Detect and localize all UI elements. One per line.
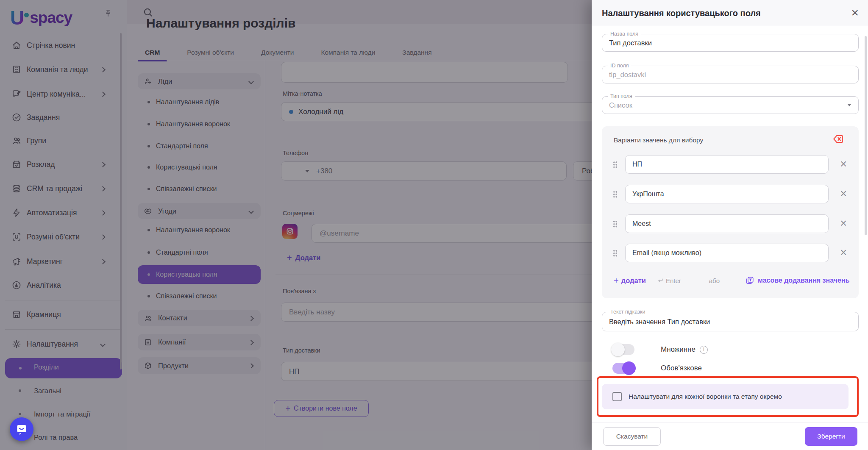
bulk-add-button[interactable]: масове додавання значень [745, 276, 849, 285]
clear-all-icon[interactable] [832, 134, 844, 144]
field-id-label: ID поля [608, 63, 631, 69]
app-window: U spacy Стрічка новин Компанія та люди Ц… [0, 0, 868, 450]
info-icon[interactable]: i [700, 346, 708, 354]
field-type-select[interactable]: Тип поля [602, 96, 859, 114]
required-toggle[interactable] [612, 363, 634, 374]
or-label: або [709, 277, 720, 284]
add-option-button[interactable]: + додати [614, 276, 646, 286]
funnel-option-row[interactable]: Налаштувати для кожної воронки та етапу … [602, 384, 849, 409]
panel-footer: Скасувати Зберегти [592, 422, 868, 450]
drag-handle-icon[interactable] [613, 191, 618, 198]
option-row: × [602, 244, 859, 262]
chat-widget-button[interactable] [10, 417, 33, 441]
enter-hint: Enter [657, 277, 681, 284]
toggle-label: Обов'язкове [661, 364, 702, 372]
toggle-label: Множинне [661, 345, 696, 354]
options-card: Варіанти значень для вибору × × × [602, 126, 859, 298]
drag-handle-icon[interactable] [613, 220, 618, 228]
option-row: × [602, 214, 859, 233]
funnel-option-label: Налаштувати для кожної воронки та етапу … [629, 393, 782, 400]
remove-option-icon[interactable]: × [840, 158, 847, 171]
options-actions-row: + додати Enter або масове додавання знач… [614, 274, 851, 287]
close-icon[interactable]: × [851, 6, 859, 19]
cancel-button[interactable]: Скасувати [603, 427, 661, 446]
option-row: × [602, 185, 859, 203]
option-input[interactable] [632, 190, 821, 198]
panel-header: Налаштування користувацького поля × [592, 0, 868, 26]
bulk-add-icon [745, 276, 754, 285]
option-input[interactable] [632, 249, 821, 257]
multiple-toggle-row: Множинне i [612, 344, 708, 355]
drag-handle-icon[interactable] [613, 250, 618, 257]
remove-option-icon[interactable]: × [840, 217, 847, 230]
enter-key-icon [657, 277, 664, 284]
modal-dim-overlay [0, 0, 592, 450]
multiple-toggle[interactable] [612, 344, 634, 355]
field-type-label: Тип поля [608, 93, 635, 99]
save-button[interactable]: Зберегти [805, 427, 857, 446]
hint-field[interactable]: Текст підказки [602, 312, 859, 331]
option-input[interactable] [632, 161, 821, 168]
hint-field-label: Текст підказки [608, 309, 648, 315]
remove-option-icon[interactable]: × [840, 246, 847, 259]
options-title: Варіанти значень для вибору [614, 136, 703, 144]
panel-scrollbar[interactable] [865, 36, 867, 235]
required-toggle-row: Обов'язкове [612, 363, 702, 374]
field-type-value[interactable] [609, 101, 851, 109]
custom-field-settings-panel: Налаштування користувацького поля × Назв… [592, 0, 868, 450]
field-id-input[interactable] [609, 71, 851, 79]
option-input[interactable] [632, 220, 821, 228]
field-name-input[interactable] [609, 39, 851, 47]
chat-smile-icon [15, 423, 28, 436]
panel-title: Налаштування користувацького поля [602, 8, 761, 18]
hint-input[interactable] [609, 318, 851, 326]
field-name-label: Назва поля [608, 31, 641, 37]
option-row: × [602, 155, 859, 174]
select-caret-icon [847, 104, 851, 106]
field-name[interactable]: Назва поля [602, 34, 859, 52]
funnel-checkbox[interactable] [612, 392, 622, 401]
plus-icon: + [614, 276, 619, 286]
field-id[interactable]: ID поля [602, 66, 859, 83]
remove-option-icon[interactable]: × [840, 187, 847, 200]
drag-handle-icon[interactable] [613, 161, 618, 168]
